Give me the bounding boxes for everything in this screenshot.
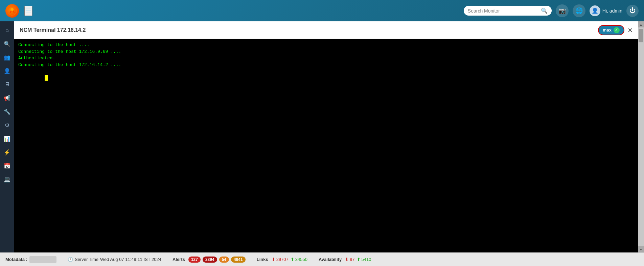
avail-down-arrow-icon: ⬇: [345, 257, 349, 262]
links-label: Links: [257, 257, 268, 262]
close-button[interactable]: ×: [628, 26, 632, 34]
terminal-header: NCM Terminal 172.16.14.2 max ✓ ×: [14, 21, 638, 39]
alerts-section: Alerts 127 2394 54 4941: [172, 257, 251, 263]
sidebar: ⌂ 🔍 👥 👤 🖥 📢 🔧 ⚙ 📊 ⚡ 📅 💻: [0, 21, 14, 252]
avail-down-value: 97: [350, 257, 354, 262]
terminal-panel: NCM Terminal 172.16.14.2 max ✓ × Connect…: [14, 21, 638, 252]
scrollbar-down-button[interactable]: ▼: [638, 246, 644, 252]
link-down-value: 29707: [276, 257, 289, 262]
terminal-line-3: Authenticated.: [18, 55, 634, 62]
avail-up-value: 5410: [362, 257, 371, 262]
globe-icon-button[interactable]: 🌐: [573, 4, 585, 17]
motadata-input[interactable]: [29, 256, 56, 263]
sidebar-item-alerts[interactable]: 📢: [1, 92, 13, 104]
link-up-value: 34550: [295, 257, 307, 262]
terminal-line-4: Connecting to the host 172.16.14.2 ....: [18, 62, 634, 68]
avail-up-arrow-icon: ⬆: [357, 257, 361, 262]
user-greeting[interactable]: 👤 Hi, admin: [590, 5, 622, 16]
alert-badge-3[interactable]: 54: [219, 257, 229, 263]
check-icon: ✓: [614, 27, 620, 33]
status-bar: Motadata : 🕐 Server Time Wed Aug 07 11:4…: [0, 252, 644, 266]
avail-down: ⬇ 97: [345, 257, 354, 262]
server-time-value: Wed Aug 07 11:49:11 IST 2024: [100, 257, 161, 262]
alert-badge-1[interactable]: 127: [188, 257, 201, 263]
terminal-title: NCM Terminal 172.16.14.2: [20, 27, 86, 33]
svg-point-1: [11, 8, 14, 11]
clock-icon: 🕐: [68, 257, 73, 262]
availability-section: Availability ⬇ 97 ⬆ 5410: [319, 257, 377, 262]
max-button[interactable]: max ✓: [598, 25, 624, 35]
scrollbar-thumb[interactable]: [639, 29, 643, 42]
availability-label: Availability: [319, 257, 342, 262]
sidebar-item-home[interactable]: ⌂: [1, 24, 13, 36]
avatar: 👤: [590, 5, 600, 16]
hamburger-button[interactable]: ☰: [24, 6, 32, 16]
motadata-section: Motadata :: [5, 256, 62, 263]
max-label: max: [603, 27, 612, 33]
sidebar-item-users[interactable]: 👥: [1, 51, 13, 63]
header: ☰ 🔍 📷 🌐 👤 Hi, admin ⏻: [0, 0, 644, 21]
sidebar-item-settings[interactable]: ⚙: [1, 119, 13, 131]
terminal-line-2: Connecting to the host 172.16.9.69 ....: [18, 48, 634, 55]
scrollbar-track: ▲ ▼: [638, 21, 644, 252]
header-right: 🔍 📷 🌐 👤 Hi, admin ⏻: [464, 4, 639, 17]
sidebar-item-monitor[interactable]: 🖥: [1, 78, 13, 90]
main-layout: ⌂ 🔍 👥 👤 🖥 📢 🔧 ⚙ 📊 ⚡ 📅 💻 NCM Terminal 172…: [0, 21, 644, 252]
sidebar-item-terminal[interactable]: 💻: [1, 173, 13, 185]
terminal-cursor-line: [18, 68, 634, 88]
server-time-section: 🕐 Server Time Wed Aug 07 11:49:11 IST 20…: [68, 257, 167, 262]
links-section: Links ⬇ 29707 ⬆ 34550: [257, 257, 313, 262]
link-up: ⬆ 34550: [291, 257, 307, 262]
scrollbar-up-button[interactable]: ▲: [638, 21, 644, 27]
server-time: 🕐 Server Time Wed Aug 07 11:49:11 IST 20…: [68, 257, 161, 262]
motadata-label: Motadata :: [5, 257, 27, 262]
camera-icon-button[interactable]: 📷: [556, 4, 569, 17]
search-input[interactable]: [468, 8, 538, 14]
terminal-header-right: max ✓ ×: [598, 25, 632, 35]
cursor-block: [45, 75, 48, 81]
greeting-text: Hi, admin: [602, 8, 622, 14]
arrow-up-icon: ⬆: [291, 257, 294, 262]
alerts-label: Alerts: [172, 257, 185, 262]
sidebar-item-schedule[interactable]: 📅: [1, 160, 13, 172]
terminal-body[interactable]: Connecting to the host .... Connecting t…: [14, 39, 638, 252]
sidebar-item-search[interactable]: 🔍: [1, 38, 13, 50]
search-box[interactable]: 🔍: [464, 6, 552, 16]
arrow-down-icon: ⬇: [272, 257, 275, 262]
alert-badge-2[interactable]: 2394: [203, 257, 217, 263]
sidebar-item-tools[interactable]: 🔧: [1, 105, 13, 118]
server-time-label: Server Time: [75, 257, 98, 262]
header-left: ☰: [5, 4, 32, 18]
avail-up: ⬆ 5410: [357, 257, 371, 262]
content-area: NCM Terminal 172.16.14.2 max ✓ × Connect…: [14, 21, 644, 252]
logo: [5, 4, 19, 18]
terminal-line-1: Connecting to the host ....: [18, 42, 634, 48]
sidebar-item-group[interactable]: 👤: [1, 65, 13, 77]
power-button[interactable]: ⏻: [626, 5, 639, 17]
sidebar-item-integrations[interactable]: ⚡: [1, 146, 13, 158]
sidebar-item-reports[interactable]: 📊: [1, 132, 13, 145]
alert-badge-4[interactable]: 4941: [231, 257, 246, 263]
link-down: ⬇ 29707: [272, 257, 289, 262]
search-icon[interactable]: 🔍: [541, 7, 548, 14]
